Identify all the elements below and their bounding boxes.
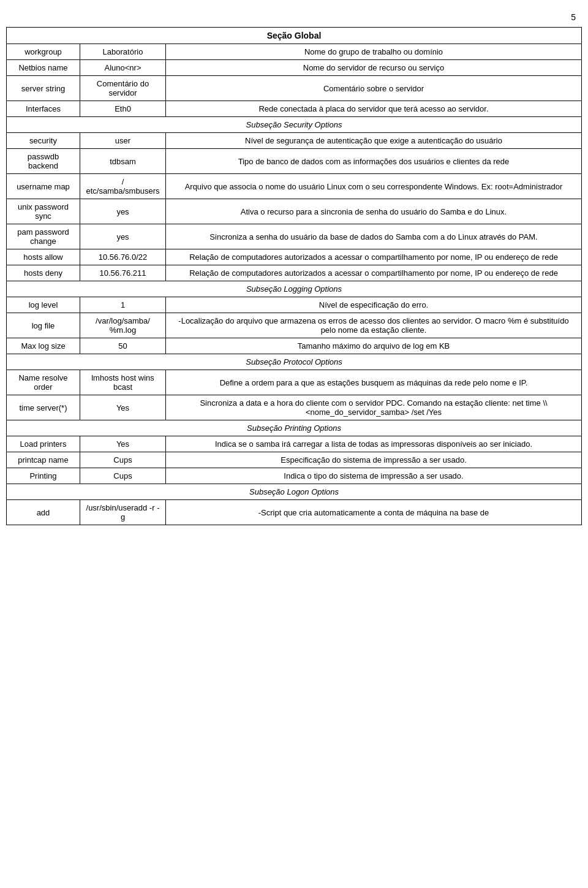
row-value: / etc/samba/smbusers — [80, 174, 166, 199]
table-row: log level 1 Nível de especificação do er… — [7, 297, 582, 313]
row-description: -Localização do arquivo que armazena os … — [166, 313, 582, 338]
row-key: Load printers — [7, 436, 80, 452]
row-key: server string — [7, 76, 80, 101]
row-description: Indica se o samba irá carregar a lista d… — [166, 436, 582, 452]
section-header: Seção Global — [7, 28, 582, 44]
table-row: server string Comentário do servidor Com… — [7, 76, 582, 101]
subsection-protocol-header-row: Subseção Protocol Options — [7, 354, 582, 370]
table-row: Netbios name Aluno<nr> Nome do servidor … — [7, 60, 582, 76]
subsection-logon-header: Subseção Logon Options — [7, 484, 582, 500]
row-key: Printing — [7, 468, 80, 484]
row-description: Nível de especificação do erro. — [166, 297, 582, 313]
row-value: /usr/sbin/useradd -r -g — [80, 500, 166, 525]
table-row: Printing Cups Indica o tipo do sistema d… — [7, 468, 582, 484]
row-description: Define a ordem para a que as estações bu… — [166, 370, 582, 395]
row-key: add — [7, 500, 80, 525]
row-description: Nome do grupo de trabalho ou domínio — [166, 44, 582, 60]
row-value: Comentário do servidor — [80, 76, 166, 101]
main-table: Seção Global workgroup Laboratório Nome … — [6, 27, 582, 525]
row-key: time server(*) — [7, 395, 80, 420]
row-key: passwdb backend — [7, 149, 80, 174]
subsection-security-header-row: Subseção Security Options — [7, 117, 582, 133]
row-description: Tipo de banco de dados com as informaçõe… — [166, 149, 582, 174]
row-value: user — [80, 133, 166, 149]
subsection-security-header: Subseção Security Options — [7, 117, 582, 133]
row-value: /var/log/samba/ %m.log — [80, 313, 166, 338]
row-key: Max log size — [7, 338, 80, 354]
row-value: Eth0 — [80, 101, 166, 117]
row-key: workgroup — [7, 44, 80, 60]
row-value: Cups — [80, 468, 166, 484]
section-header-row: Seção Global — [7, 28, 582, 44]
table-row: workgroup Laboratório Nome do grupo de t… — [7, 44, 582, 60]
row-key: username map — [7, 174, 80, 199]
row-description: Relação de computadores autorizados a ac… — [166, 265, 582, 281]
row-description: Arquivo que associa o nome do usuário Li… — [166, 174, 582, 199]
table-row: unix password sync yes Ativa o recurso p… — [7, 199, 582, 224]
row-key: pam password change — [7, 224, 80, 249]
row-description: Nome do servidor de recurso ou serviço — [166, 60, 582, 76]
table-row: log file /var/log/samba/ %m.log -Localiz… — [7, 313, 582, 338]
row-value: 1 — [80, 297, 166, 313]
row-description: Comentário sobre o servidor — [166, 76, 582, 101]
row-value: Aluno<nr> — [80, 60, 166, 76]
row-key: hosts deny — [7, 265, 80, 281]
row-description: Ativa o recurso para a sincronia de senh… — [166, 199, 582, 224]
row-description: Sincroniza a data e a hora do cliente co… — [166, 395, 582, 420]
row-key: log file — [7, 313, 80, 338]
table-row: Max log size 50 Tamanho máximo do arquiv… — [7, 338, 582, 354]
row-key: Name resolve order — [7, 370, 80, 395]
row-description: Indica o tipo do sistema de impressão a … — [166, 468, 582, 484]
row-key: printcap name — [7, 452, 80, 468]
table-row: add /usr/sbin/useradd -r -g -Script que … — [7, 500, 582, 525]
row-value: Laboratório — [80, 44, 166, 60]
subsection-protocol-header: Subseção Protocol Options — [7, 354, 582, 370]
row-key: Interfaces — [7, 101, 80, 117]
row-description: Especificação do sistema de impressão a … — [166, 452, 582, 468]
page-number: 5 — [6, 12, 582, 22]
row-description: Nível de segurança de autenticação que e… — [166, 133, 582, 149]
subsection-logging-header-row: Subseção Logging Options — [7, 281, 582, 297]
table-row: passwdb backend tdbsam Tipo de banco de … — [7, 149, 582, 174]
row-value: Cups — [80, 452, 166, 468]
table-row: username map / etc/samba/smbusers Arquiv… — [7, 174, 582, 199]
row-value: lmhosts host wins bcast — [80, 370, 166, 395]
row-description: -Script que cria automaticamente a conta… — [166, 500, 582, 525]
row-value: 10.56.76.211 — [80, 265, 166, 281]
row-value: Yes — [80, 395, 166, 420]
table-row: hosts allow 10.56.76.0/22 Relação de com… — [7, 249, 582, 265]
subsection-printing-header-row: Subseção Printing Options — [7, 420, 582, 436]
row-value: Yes — [80, 436, 166, 452]
table-row: Load printers Yes Indica se o samba irá … — [7, 436, 582, 452]
subsection-logging-header: Subseção Logging Options — [7, 281, 582, 297]
table-row: printcap name Cups Especificação do sist… — [7, 452, 582, 468]
row-value: yes — [80, 224, 166, 249]
row-value: tdbsam — [80, 149, 166, 174]
subsection-logon-header-row: Subseção Logon Options — [7, 484, 582, 500]
row-value: 50 — [80, 338, 166, 354]
row-value: yes — [80, 199, 166, 224]
table-row: Name resolve order lmhosts host wins bca… — [7, 370, 582, 395]
table-row: hosts deny 10.56.76.211 Relação de compu… — [7, 265, 582, 281]
table-row: pam password change yes Sincroniza a sen… — [7, 224, 582, 249]
table-row: Interfaces Eth0 Rede conectada à placa d… — [7, 101, 582, 117]
subsection-printing-header: Subseção Printing Options — [7, 420, 582, 436]
row-key: hosts allow — [7, 249, 80, 265]
row-key: log level — [7, 297, 80, 313]
row-description: Rede conectada à placa do servidor que t… — [166, 101, 582, 117]
table-row: time server(*) Yes Sincroniza a data e a… — [7, 395, 582, 420]
row-key: unix password sync — [7, 199, 80, 224]
row-key: Netbios name — [7, 60, 80, 76]
table-row: security user Nível de segurança de aute… — [7, 133, 582, 149]
row-description: Tamanho máximo do arquivo de log em KB — [166, 338, 582, 354]
row-value: 10.56.76.0/22 — [80, 249, 166, 265]
row-key: security — [7, 133, 80, 149]
row-description: Relação de computadores autorizados a ac… — [166, 249, 582, 265]
row-description: Sincroniza a senha do usuário da base de… — [166, 224, 582, 249]
